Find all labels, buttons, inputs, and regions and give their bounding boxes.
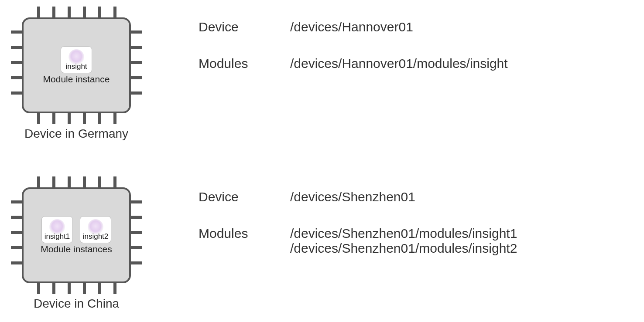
device-label: Device (199, 20, 290, 34)
chip-germany-wrapper: insight Module instance (11, 7, 142, 141)
chip-pin (52, 7, 55, 18)
chip-pin (68, 176, 71, 188)
chip-pin (11, 61, 22, 64)
device-germany-section: insight Module instance (11, 7, 508, 141)
chip-pin (52, 283, 55, 294)
chip-pin (113, 283, 116, 294)
module-insight2: insight2 (80, 216, 111, 243)
info-block-china: Device /devices/Shenzhen01 Modules /devi… (199, 190, 517, 256)
module-insight1: insight1 (41, 216, 73, 243)
chip-pin (98, 113, 101, 124)
chip-pin (83, 113, 86, 124)
chip-pin (68, 113, 71, 124)
chip-pin (130, 216, 142, 219)
module-insight: insight (61, 46, 92, 73)
module-label: insight2 (83, 232, 109, 241)
chip-body: insight1 insight2 Module instances (22, 187, 131, 283)
chip-pin (83, 7, 86, 18)
chip-pin (11, 92, 22, 95)
module-caption: Module instances (41, 244, 112, 254)
chip-pin (130, 31, 142, 34)
chip-pin (130, 76, 142, 79)
chip-pin (11, 246, 22, 249)
modules-paths: /devices/Shenzhen01/modules/insight1 /de… (290, 226, 517, 256)
device-path: /devices/Shenzhen01 (290, 190, 415, 204)
info-row-modules: Modules /devices/Hannover01/modules/insi… (199, 56, 508, 71)
module-label: insight1 (45, 232, 70, 241)
info-block-germany: Device /devices/Hannover01 Modules /devi… (199, 20, 508, 71)
chip-pin (113, 113, 116, 124)
chip-pin (37, 176, 40, 188)
modules-paths: /devices/Hannover01/modules/insight (290, 56, 508, 71)
chip-pin (11, 46, 22, 49)
chip-pin (68, 7, 71, 18)
chip-pin (113, 7, 116, 18)
device-path: /devices/Hannover01 (290, 20, 413, 34)
chip-pin (11, 231, 22, 234)
chip-pin (37, 283, 40, 294)
chip-pin (11, 200, 22, 203)
module-label: insight (65, 62, 87, 71)
chip-pin (130, 246, 142, 249)
chip-china-wrapper: insight1 insight2 Module instances (11, 176, 142, 311)
info-row-modules: Modules /devices/Shenzhen01/modules/insi… (199, 226, 517, 256)
chip-pin (98, 7, 101, 18)
chip-china: insight1 insight2 Module instances (11, 176, 142, 294)
chip-caption-china: Device in China (34, 297, 119, 311)
info-row-device: Device /devices/Hannover01 (199, 20, 508, 34)
device-label: Device (199, 190, 290, 204)
chip-pin (11, 76, 22, 79)
chip-pin (130, 92, 142, 95)
chip-pin (130, 231, 142, 234)
chip-pin (52, 176, 55, 188)
chip-pin (37, 113, 40, 124)
modules-label: Modules (199, 56, 290, 71)
info-row-device: Device /devices/Shenzhen01 (199, 190, 517, 204)
chip-pin (37, 7, 40, 18)
modules-label: Modules (199, 226, 290, 241)
chip-pin (113, 176, 116, 188)
chip-pin (130, 46, 142, 49)
module-row: insight1 insight2 (41, 216, 111, 243)
chip-pin (130, 61, 142, 64)
chip-pin (11, 261, 22, 264)
chip-pin (98, 176, 101, 188)
module-row: insight (61, 46, 92, 73)
chip-germany: insight Module instance (11, 7, 142, 124)
chip-pin (68, 283, 71, 294)
device-china-section: insight1 insight2 Module instances (11, 176, 517, 311)
chip-pin (130, 200, 142, 203)
chip-pin (130, 261, 142, 264)
chip-caption-germany: Device in Germany (24, 127, 128, 141)
chip-pin (11, 216, 22, 219)
chip-pin (83, 283, 86, 294)
chip-pin (11, 31, 22, 34)
chip-pin (83, 176, 86, 188)
module-caption: Module instance (43, 74, 110, 85)
chip-pin (52, 113, 55, 124)
chip-pin (98, 283, 101, 294)
chip-body: insight Module instance (22, 17, 131, 113)
